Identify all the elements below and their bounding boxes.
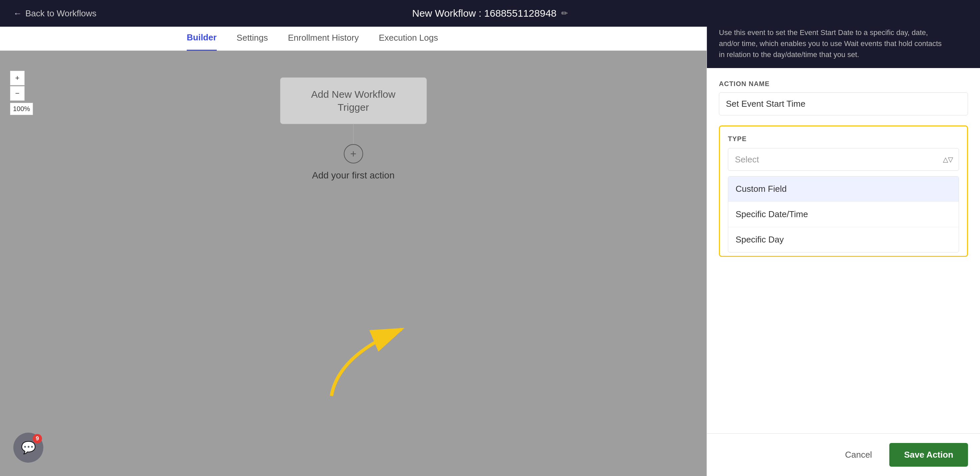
chat-badge-count: 9: [33, 434, 42, 443]
cancel-button[interactable]: Cancel: [835, 444, 881, 465]
arrow-annotation: [318, 309, 418, 409]
chat-icon: 💬: [21, 441, 36, 455]
back-label: Back to Workflows: [25, 8, 96, 19]
dropdown-item-specific-day[interactable]: Specific Day: [728, 227, 959, 252]
panel-body: ACTION NAME TYPE Select △▽ Custom Field …: [707, 68, 980, 433]
workflow-title: New Workflow : 1688551128948 ✏: [412, 8, 568, 19]
add-action-label: Add your first action: [312, 170, 395, 181]
right-panel: Event Start Date Use this event to set t…: [706, 0, 980, 476]
save-action-button[interactable]: Save Action: [889, 443, 968, 466]
panel-footer: Cancel Save Action: [707, 433, 980, 476]
tab-execution-logs[interactable]: Execution Logs: [379, 27, 438, 51]
tab-enrollment-history[interactable]: Enrollment History: [288, 27, 359, 51]
type-select-wrapper: Select △▽: [728, 148, 959, 171]
add-action-button[interactable]: +: [344, 144, 363, 164]
workflow-title-text: New Workflow : 1688551128948: [412, 8, 557, 19]
back-to-workflows-button[interactable]: ← Back to Workflows: [13, 8, 96, 19]
dropdown-item-specific-datetime[interactable]: Specific Date/Time: [728, 202, 959, 227]
workflow-canvas: + − 100% Add New WorkflowTrigger + Add y…: [0, 51, 706, 476]
action-name-label: ACTION NAME: [719, 80, 968, 88]
tab-builder[interactable]: Builder: [187, 27, 217, 51]
dropdown-item-custom-field[interactable]: Custom Field: [728, 177, 959, 202]
edit-workflow-icon[interactable]: ✏: [561, 9, 568, 18]
trigger-box-label: Add New WorkflowTrigger: [311, 88, 396, 114]
plus-icon: +: [350, 148, 356, 160]
zoom-out-button[interactable]: −: [10, 86, 25, 101]
zoom-controls: + − 100%: [10, 71, 33, 115]
panel-description: Use this event to set the Event Start Da…: [719, 27, 946, 60]
back-arrow-icon: ←: [13, 8, 22, 19]
tab-settings[interactable]: Settings: [237, 27, 268, 51]
zoom-level-label: 100%: [10, 103, 33, 115]
type-section: TYPE Select △▽ Custom Field Specific Dat…: [719, 126, 968, 257]
type-select[interactable]: Select: [728, 148, 959, 171]
top-nav: ← Back to Workflows New Workflow : 16885…: [0, 0, 980, 27]
type-label: TYPE: [728, 135, 959, 143]
zoom-in-button[interactable]: +: [10, 71, 25, 85]
action-name-input[interactable]: [719, 92, 968, 115]
chat-widget[interactable]: 💬 9: [13, 433, 43, 463]
connector-line: [353, 124, 354, 144]
type-dropdown-list: Custom Field Specific Date/Time Specific…: [728, 176, 959, 253]
workflow-trigger-box[interactable]: Add New WorkflowTrigger: [280, 77, 427, 124]
